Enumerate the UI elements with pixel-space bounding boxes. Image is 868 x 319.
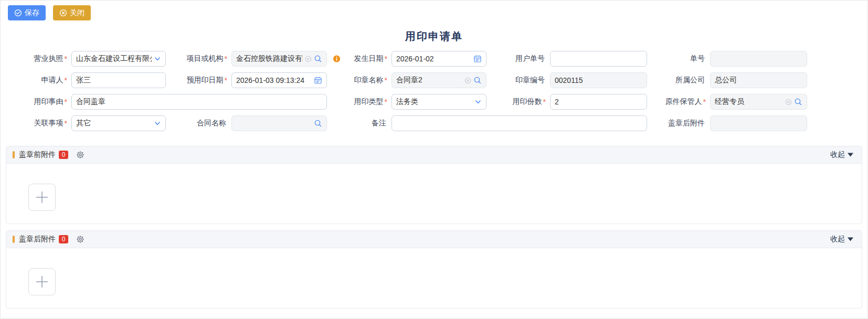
- triangle-down-icon: [848, 237, 853, 241]
- company-label: 所属公司: [647, 72, 710, 88]
- contract-name-label: 合同名称: [166, 115, 231, 131]
- page-title: 用印申请单: [1, 29, 867, 44]
- gear-icon[interactable]: [76, 151, 84, 159]
- close-button[interactable]: 关闭: [53, 5, 91, 20]
- seal-application-page: 保存 关闭 用印申请单 营业执照* 山东金石建设工程有限公司 项目或机构* 金石…: [0, 0, 868, 319]
- remark-field: [391, 115, 647, 131]
- company-input: [715, 76, 802, 84]
- seal-reason-input[interactable]: [76, 98, 322, 106]
- check-circle-icon: [14, 9, 22, 17]
- post-attachment-upload-button[interactable]: [28, 268, 56, 295]
- order-no-input: [715, 55, 802, 63]
- user-order-no-field: [550, 51, 647, 67]
- order-no-label: 单号: [647, 51, 710, 67]
- chevron-down-icon: [154, 120, 161, 127]
- triangle-down-icon: [848, 153, 853, 157]
- form: 营业执照* 山东金石建设工程有限公司 项目或机构* 金石控股铁路建设有限公司 发…: [1, 51, 867, 131]
- search-icon[interactable]: [794, 98, 802, 106]
- accent-bar: [13, 151, 15, 158]
- seal-no-field: [550, 72, 647, 88]
- post-attachment-panel-title: 盖章后附件: [19, 235, 56, 244]
- save-button[interactable]: 保存: [8, 5, 46, 20]
- copies-input[interactable]: [555, 98, 642, 106]
- related-matter-select[interactable]: 其它: [71, 115, 166, 131]
- pre-attachment-collapse-toggle[interactable]: 收起: [830, 150, 853, 160]
- seal-reason-label: 用印事由*: [11, 94, 71, 110]
- post-attachment-collapse-toggle[interactable]: 收起: [830, 235, 853, 244]
- gear-icon[interactable]: [76, 235, 84, 243]
- pre-seal-date-label: 预用印日期*: [166, 72, 231, 88]
- search-icon[interactable]: [314, 119, 322, 127]
- seal-type-label: 用印类型*: [327, 94, 391, 110]
- copies-label: 用印份数*: [486, 94, 550, 110]
- pre-attachment-panel-body: [6, 164, 862, 224]
- save-button-label: 保存: [25, 5, 39, 20]
- close-circle-icon: [59, 9, 67, 17]
- pre-attachment-panel-header: 盖章前附件 0 收起: [6, 146, 862, 164]
- applicant-field: [71, 72, 166, 88]
- project-org-label: 项目或机构*: [166, 51, 231, 67]
- pre-seal-date-picker[interactable]: 2026-01-03 09:13:24: [231, 72, 327, 88]
- user-order-no-label: 用户单号: [486, 51, 550, 67]
- copies-field: [550, 94, 647, 110]
- project-org-lookup[interactable]: 金石控股铁路建设有限公司: [231, 51, 327, 67]
- business-license-select[interactable]: 山东金石建设工程有限公司: [71, 51, 166, 67]
- seal-type-select[interactable]: 法务类: [391, 94, 486, 110]
- company-field: [710, 72, 807, 88]
- pre-attachment-panel-title: 盖章前附件: [19, 150, 56, 160]
- applicant-label: 申请人*: [11, 72, 71, 88]
- applicant-input[interactable]: [76, 76, 161, 84]
- toolbar: 保存 关闭: [1, 1, 867, 20]
- seal-name-label: 印章名称*: [327, 72, 391, 88]
- collapse-label: 收起: [830, 150, 845, 160]
- pre-attachment-upload-button[interactable]: [28, 184, 56, 211]
- post-attachment-panel-header: 盖章后附件 0 收起: [6, 231, 862, 248]
- business-license-label: 营业执照*: [11, 51, 71, 67]
- remark-label: 备注: [327, 115, 391, 131]
- clear-icon[interactable]: [785, 99, 792, 105]
- remark-input[interactable]: [396, 119, 642, 127]
- post-attachment-field-label: 盖章后附件: [647, 115, 710, 131]
- related-matter-label: 关联事项*: [11, 115, 71, 131]
- post-attachment-panel: 盖章后附件 0 收起: [6, 230, 862, 309]
- close-button-label: 关闭: [70, 5, 84, 20]
- calendar-icon[interactable]: [473, 55, 482, 63]
- contract-name-lookup[interactable]: [231, 115, 327, 131]
- chevron-down-icon: [154, 55, 161, 62]
- accent-bar: [13, 236, 15, 243]
- collapse-label: 收起: [830, 235, 845, 244]
- user-order-no-input[interactable]: [555, 55, 642, 63]
- seal-reason-field: [71, 94, 327, 110]
- custodian-label: 原件保管人*: [647, 94, 710, 110]
- search-icon[interactable]: [473, 76, 482, 84]
- search-icon[interactable]: [314, 55, 322, 63]
- clear-icon[interactable]: [464, 77, 471, 84]
- clear-icon[interactable]: [305, 56, 312, 62]
- seal-no-input: [555, 76, 642, 84]
- seal-no-label: 印章编号: [486, 72, 550, 88]
- occur-date-picker[interactable]: 2026-01-02: [391, 51, 486, 67]
- plus-icon: [34, 274, 50, 290]
- post-attachment-field: [710, 115, 807, 131]
- post-attachment-panel-body: [6, 248, 862, 308]
- info-icon[interactable]: [333, 55, 341, 63]
- seal-name-lookup[interactable]: 合同章2: [391, 72, 486, 88]
- calendar-icon[interactable]: [314, 76, 322, 84]
- plus-icon: [34, 189, 50, 205]
- custodian-lookup[interactable]: 经营专员: [710, 94, 807, 110]
- post-attachment-input: [715, 119, 802, 127]
- order-no-field: [710, 51, 807, 67]
- pre-attachment-panel: 盖章前附件 0 收起: [6, 146, 862, 224]
- pre-attachment-count-badge: 0: [59, 151, 68, 159]
- chevron-down-icon: [474, 98, 482, 105]
- post-attachment-count-badge: 0: [59, 235, 68, 243]
